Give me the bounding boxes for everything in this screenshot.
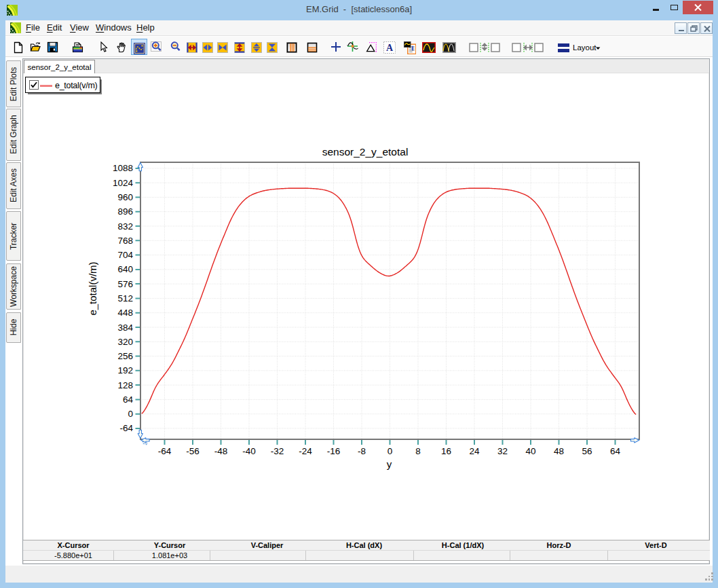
- svg-text:-64: -64: [119, 423, 133, 433]
- svg-text:448: 448: [117, 308, 133, 318]
- svg-text:640: 640: [117, 264, 133, 274]
- svg-text:0: 0: [388, 446, 393, 456]
- svg-text:e_total(v/m): e_total(v/m): [87, 261, 98, 315]
- svg-text:-24: -24: [299, 446, 312, 456]
- svg-text:8: 8: [415, 446, 421, 456]
- svg-text:192: 192: [117, 365, 133, 375]
- svg-text:128: 128: [117, 380, 133, 390]
- svg-text:896: 896: [117, 206, 133, 217]
- svg-text:16: 16: [441, 446, 451, 456]
- svg-text:64: 64: [123, 394, 134, 405]
- svg-text:sensor_2_y_etotal: sensor_2_y_etotal: [322, 146, 409, 158]
- svg-text:512: 512: [117, 293, 133, 304]
- svg-text:y: y: [387, 458, 392, 470]
- svg-text:384: 384: [117, 323, 133, 333]
- svg-text:32: 32: [497, 446, 508, 456]
- svg-text:320: 320: [117, 337, 133, 347]
- svg-text:768: 768: [117, 236, 133, 246]
- svg-text:1088: 1088: [113, 163, 133, 173]
- svg-text:-8: -8: [358, 446, 366, 456]
- svg-text:0: 0: [128, 409, 133, 419]
- svg-text:704: 704: [117, 250, 133, 260]
- svg-text:960: 960: [117, 192, 133, 202]
- svg-text:-48: -48: [214, 446, 228, 456]
- svg-text:A: A: [386, 43, 394, 53]
- svg-text:48: 48: [554, 446, 564, 456]
- svg-text:-64: -64: [158, 446, 172, 456]
- svg-text:-32: -32: [271, 446, 284, 456]
- svg-text:832: 832: [117, 221, 133, 232]
- svg-text:64: 64: [610, 446, 621, 456]
- svg-text:24: 24: [469, 446, 480, 456]
- svg-text:576: 576: [117, 279, 133, 289]
- svg-text:256: 256: [117, 351, 133, 361]
- svg-text:-56: -56: [186, 446, 200, 456]
- svg-text:56: 56: [582, 446, 592, 456]
- svg-text:-16: -16: [327, 446, 341, 456]
- svg-text:1024: 1024: [113, 178, 134, 188]
- svg-text:-40: -40: [242, 446, 256, 456]
- svg-text:40: 40: [525, 446, 535, 456]
